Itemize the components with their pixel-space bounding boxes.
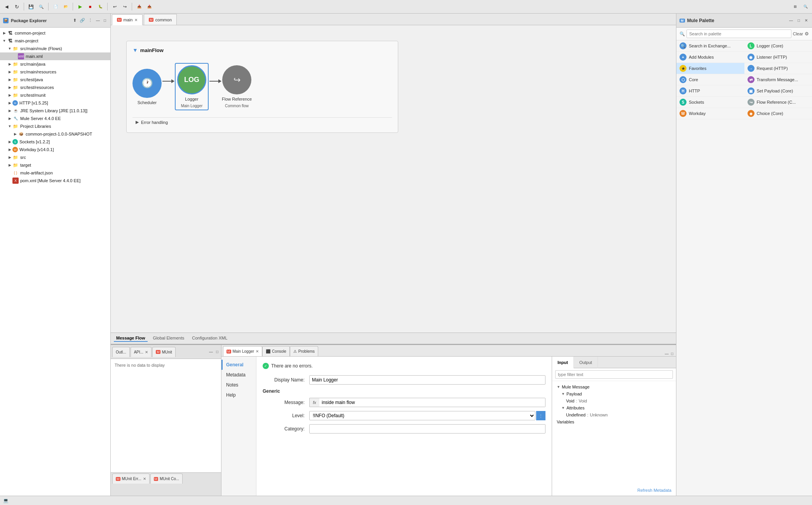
palette-search-input[interactable] [687, 30, 791, 38]
palette-item-core[interactable]: ⬡ Core [676, 74, 744, 85]
tree-item-src-test-java[interactable]: ▶ 📁 src/test/java [0, 76, 110, 84]
palette-item-add-modules[interactable]: + Add Modules [676, 52, 744, 63]
tab-munit[interactable]: M MUnit [152, 347, 176, 357]
tree-item-pom[interactable]: X pom.xml [Mule Server 4.4.0 EE] [0, 177, 110, 185]
tree-item-src-test-munit[interactable]: ▶ 📁 src/test/munit [0, 91, 110, 99]
flow-ref-node[interactable]: ↪ Flow Reference Common flow [222, 65, 252, 108]
tree-item-sockets[interactable]: ▶ S Sockets [v1.2.2] [0, 138, 110, 146]
forward-btn[interactable]: ↻ [12, 2, 21, 11]
tab-global-elements[interactable]: Global Elements [151, 335, 187, 342]
tree-item-mule-artifact[interactable]: { } mule-artifact.json [0, 169, 110, 177]
tab-main[interactable]: M main ✕ [112, 14, 143, 25]
import-btn[interactable]: 📥 [135, 2, 143, 11]
tree-item-common-snapshot[interactable]: ▶ 📦 common-project-1.0.0-SNAPSHOT [0, 130, 110, 138]
category-input[interactable] [309, 424, 545, 434]
tab-api-close[interactable]: ✕ [145, 350, 148, 354]
palette-item-logger[interactable]: L Logger (Core) [744, 40, 812, 52]
io-tab-output[interactable]: Output [574, 357, 598, 368]
undo-btn[interactable]: ↩ [110, 2, 119, 11]
tree-item-target[interactable]: ▶ 📁 target [0, 161, 110, 169]
palette-item-workday[interactable]: W Workday [676, 108, 744, 119]
run-btn[interactable]: ▶ [76, 2, 84, 11]
palette-item-http[interactable]: H HTTP [676, 85, 744, 97]
tree-item-http[interactable]: ▶ H HTTP [v1.5.25] [0, 99, 110, 107]
tree-item-main-project[interactable]: ▼ 🏗 main-project [0, 37, 110, 45]
open-btn[interactable]: 📂 [61, 2, 70, 11]
redo-btn[interactable]: ↪ [120, 2, 129, 11]
tab-munit-errors[interactable]: M MUnit Err... ✕ [112, 474, 150, 484]
nav-notes[interactable]: Notes [221, 380, 256, 390]
tab-main-close[interactable]: ✕ [134, 18, 138, 22]
panel-minimize-btn[interactable]: — [95, 18, 101, 23]
logger-min[interactable]: — [664, 351, 670, 356]
palette-item-choice[interactable]: ◈ Choice (Core) [744, 108, 812, 119]
palette-max[interactable]: □ [796, 18, 801, 23]
palette-item-set-payload[interactable]: ▣ Set Payload (Core) [744, 85, 812, 97]
logger-node[interactable]: LOG Logger Main Logger [175, 63, 209, 110]
scheduler-node[interactable]: 🕐 Scheduler [132, 69, 162, 105]
refresh-metadata-link[interactable]: Refresh Metadata [552, 485, 676, 496]
palette-item-sockets[interactable]: S Sockets [676, 97, 744, 108]
tree-item-src-test-resources[interactable]: ▶ 📁 src/test/resources [0, 84, 110, 91]
panel-maximize-btn[interactable]: □ [103, 18, 107, 23]
logger-max[interactable]: □ [670, 351, 674, 356]
tab-console[interactable]: ⬛ Console [262, 346, 290, 356]
tab-outline[interactable]: Outl... [112, 347, 130, 357]
tree-item-jre[interactable]: ▶ ☕ JRE System Library [JRE [11.0.13]] [0, 107, 110, 115]
perspective-btn[interactable]: ⊞ [791, 2, 800, 11]
nav-general[interactable]: General [221, 360, 256, 370]
palette-close[interactable]: ✕ [803, 18, 809, 23]
back-btn[interactable]: ◀ [2, 2, 11, 11]
palette-settings-icon[interactable]: ⚙ [805, 31, 809, 37]
error-handling-section[interactable]: ▶ Error handling [132, 117, 392, 127]
message-input[interactable] [319, 398, 545, 407]
export-btn[interactable]: 📤 [145, 2, 153, 11]
bottom-left-max[interactable]: □ [215, 349, 220, 354]
dots-btn[interactable]: ⋮ [87, 17, 93, 24]
fx-button[interactable]: fx [309, 398, 319, 407]
link-btn[interactable]: 🔗 [79, 17, 86, 24]
level-select[interactable]: !INFO (Default) [309, 411, 535, 420]
tree-item-src-main-mule[interactable]: ▼ 📁 src/main/mule (Flows) [0, 45, 110, 52]
io-tab-input[interactable]: Input [552, 357, 574, 368]
search-btn[interactable]: 🔍 [37, 2, 45, 11]
tree-item-mule-server[interactable]: ▶ 🔧 Mule Server 4.4.0 EE [0, 115, 110, 122]
tree-item-src-main-resources[interactable]: ▶ 📁 src/main/resources [0, 68, 110, 76]
display-name-input[interactable] [309, 375, 545, 385]
clear-search-btn[interactable]: Clear [793, 31, 803, 36]
nav-metadata[interactable]: Metadata [221, 370, 256, 380]
stop-btn[interactable]: ■ [86, 2, 94, 11]
tree-item-common-project[interactable]: ▶ 🏗 common-project [0, 29, 110, 37]
bottom-left-min[interactable]: — [208, 349, 214, 354]
tab-message-flow[interactable]: Message Flow [114, 335, 148, 342]
save-btn[interactable]: 💾 [27, 2, 35, 11]
palette-item-request[interactable]: → Request (HTTP) [744, 63, 812, 74]
io-search-input[interactable] [555, 370, 673, 379]
tree-item-workday[interactable]: ▶ W Workday [v14.0.1] [0, 146, 110, 153]
palette-item-flow-reference[interactable]: ↪ Flow Reference (C... [744, 97, 812, 108]
palette-item-search-exchange[interactable]: 🔍 Search in Exchange... [676, 40, 744, 52]
tree-item-src-main-java[interactable]: ▶ 📁 src/main/java [0, 60, 110, 68]
tab-main-logger[interactable]: M Main Logger ✕ [223, 346, 262, 356]
palette-item-listener[interactable]: ◉ Listener (HTTP) [744, 52, 812, 63]
tab-munit-console[interactable]: M MUnit Co... [150, 474, 183, 484]
palette-item-transform-message[interactable]: ⇄ Transform Message... [744, 74, 812, 85]
maximize-btn[interactable]: 🔍 [801, 2, 810, 11]
collapse-btn[interactable]: ⬆ [72, 17, 77, 24]
tree-item-project-libs[interactable]: ▼ 📁 Project Libraries [0, 122, 110, 130]
new-btn[interactable]: 📄 [51, 2, 60, 11]
tree-item-src[interactable]: ▶ 📁 src [0, 153, 110, 161]
palette-min[interactable]: — [788, 18, 794, 23]
tab-problems[interactable]: ⚠ Problems [290, 346, 318, 356]
nav-help[interactable]: Help [221, 390, 256, 400]
message-row: Message: fx [263, 398, 545, 407]
palette-item-favorites[interactable]: ★ Favorites [676, 63, 744, 74]
tab-munit-errors-close[interactable]: ✕ [143, 477, 146, 481]
tab-common[interactable]: M common [144, 14, 177, 25]
tab-main-logger-close[interactable]: ✕ [256, 349, 259, 354]
level-btn[interactable]: ⋮ [536, 411, 545, 420]
debug-btn[interactable]: 🐛 [96, 2, 105, 11]
tab-api[interactable]: API... ✕ [131, 347, 152, 357]
tab-configuration-xml[interactable]: Configuration XML [190, 335, 230, 342]
tree-item-main-xml[interactable]: xml main.xml [0, 52, 110, 60]
